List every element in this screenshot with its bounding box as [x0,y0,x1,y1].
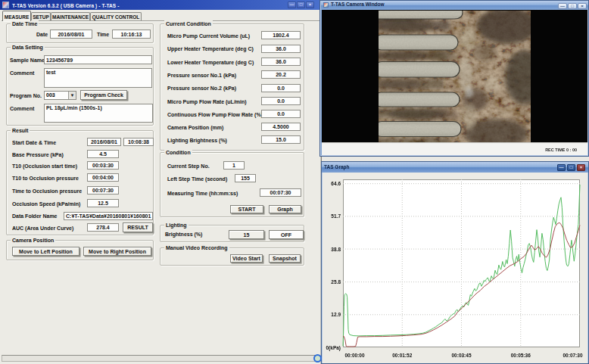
video-start-button[interactable]: Video Start [230,254,263,263]
camera-window-title: T-TAS Camera Window [331,2,385,7]
y-tick-label: 64.6 [319,181,341,186]
current-condition-row-label: Pressure sensor No.2 (kPa) [167,86,236,91]
current-condition-row-value: 36.0 [261,45,301,53]
brightness-label: Brightness (%) [165,232,202,237]
program-comment-field: PL 18μL/min (1500s-1) [44,104,153,123]
group-caption: Camera Position [11,237,55,244]
tab-maintenance[interactable]: MAINTENANCE [51,12,90,21]
camera-minimize-button[interactable]: — [558,3,567,9]
current-condition-row-value: 36.0 [261,58,301,66]
maximize-button[interactable]: □ [297,2,305,8]
microchip-camera-image [379,11,531,143]
auc-field: 278.4 [87,223,119,232]
current-condition-row-label: Camera Position (mm) [167,125,223,130]
program-check-button[interactable]: Program Check [80,90,127,100]
sample-name-input[interactable]: 123456789 [44,55,152,64]
camera-close-button[interactable]: × [578,3,587,9]
t10-pressure-field: 00:04:00 [87,173,119,182]
current-condition-row-value: 0.0 [261,97,301,105]
program-no-value: 003 [46,92,55,99]
time-label: Time [97,32,109,37]
base-pressure-field: 4.5 [87,150,119,158]
current-condition-row-label: Continuous Flow Pump Flow Rate (%) [167,112,263,117]
snapshot-button[interactable]: Snapshot [269,254,301,263]
graph-close-button[interactable]: × [577,164,585,171]
current-condition-row-label: Lighting Brightness (%) [167,138,227,143]
program-no-select[interactable]: 003 ▼ [44,91,76,100]
current-condition-row-label: Upper Heater Temperature (deg C) [167,46,254,51]
group-caption: Data Setting [11,44,45,51]
camera-recbar: REC TIME 0 : 00 [322,142,587,155]
chevron-down-icon[interactable]: ▼ [68,92,76,99]
brightness-button[interactable]: 15 [229,230,264,239]
current-step-label: Current Step No. [167,163,210,169]
status-orb-icon [313,354,322,362]
current-condition-row-label: Micro Pump Flow Rate (uL/min) [167,99,247,104]
current-condition-row-label: Lower Heater Temperature (deg C) [167,60,254,65]
move-right-button[interactable]: Move to Right Position [83,247,151,256]
x-tick-label: 00:03:45 [447,353,477,358]
y-tick-label: 25.8 [319,279,341,285]
result-button[interactable]: RESULT [123,222,153,232]
graph-maximize-button[interactable]: □ [567,164,575,171]
current-condition-row-value: 4.5000 [261,123,301,131]
t10-label: T10 (Occlusion start time) [12,163,77,169]
tab-quality-control[interactable]: QUALITY CONTROL [90,12,142,21]
group-caption: Lighting [164,222,189,229]
current-condition-row-value: 20.2 [261,70,301,79]
t10-field: 00:03:30 [87,161,119,170]
left-step-time-label: Left Step Time (second) [167,176,227,182]
graph-button[interactable]: Graph [269,205,301,213]
start-button[interactable]: START [230,205,263,213]
current-condition-row-label: Micro Pump Current Volume (uL) [167,33,250,39]
date-value-field: 2016/08/01 [50,30,92,39]
group-caption: Current Condition [164,20,213,27]
start-datetime-label: Start Date & Time [12,140,56,145]
group-caption: Manual Video Recording [164,244,229,251]
measuring-time-field: 00:07:30 [260,188,301,197]
date-label: Date [36,32,48,37]
group-caption: Condition [164,149,192,156]
graph-titlebar[interactable]: — □ × [322,162,588,173]
time-value-field: 10:16:13 [112,30,151,39]
time-occlusion-label: Time to Occlusion pressure [12,188,82,194]
camera-maximize-button[interactable]: □ [568,3,577,9]
x-tick-label: 00:05:36 [506,353,536,358]
t10-pressure-label: T10 to Occlusion pressure [12,176,79,181]
x-tick-label: 00:01:52 [387,353,417,358]
rec-time-label: REC TIME 0 : 00 [545,148,577,152]
tab-strip: MEASURE SETUP MAINTENANCE QUALITY CONTRO… [2,11,320,21]
move-left-button[interactable]: Move to Left Position [12,247,79,256]
lighting-off-button[interactable]: OFF [269,230,304,239]
occlusion-speed-field: 12.5 [87,199,119,207]
pressure-plot-svg [323,173,587,363]
current-condition-row-value: 1802.4 [261,31,301,39]
app-icon [2,2,9,8]
minimize-button[interactable]: — [288,2,296,8]
comment-input[interactable]: test [44,68,152,88]
occlusion-speed-label: Occlusion Speed (kPa/min) [12,201,80,207]
time-occlusion-field: 00:07:30 [87,186,119,194]
measuring-time-label: Measuring Time (hh:mm:ss) [167,191,238,196]
start-date-field: 2016/08/01 [87,138,121,146]
current-condition-row-value: 0.0 [261,110,301,118]
sample-name-label: Sample Name [10,58,45,63]
y-tick-label: 0(kPa) [319,345,341,350]
graph-window-title: TAS Graph [324,164,349,170]
main-statusbar [2,355,319,362]
close-button[interactable]: × [306,2,314,8]
y-tick-label: 38.8 [319,247,341,252]
current-condition-row-value: 15.0 [261,135,301,144]
y-tick-label: 12.9 [319,312,341,317]
data-folder-label: Data Folder Name [12,213,58,219]
main-titlebar[interactable]: T-TAS Version 6.3.2 ( USB Camera ) - T-T… [0,0,322,10]
series-flow-pressure-raw [343,185,580,346]
program-comment-label: Comment [10,106,34,111]
current-condition-row-label: Pressure sensor No.1 (kPa) [167,73,236,78]
start-time-field: 10:08:38 [123,138,154,146]
tab-measure[interactable]: MEASURE [2,11,31,21]
base-pressure-label: Base Pressure (kPa) [12,152,64,157]
auc-label: AUC (Area Under Curve) [12,226,73,231]
graph-minimize-button[interactable]: — [557,164,566,171]
data-folder-field: C:¥T-TAS¥Data¥20160801¥160801 10 [64,212,153,220]
